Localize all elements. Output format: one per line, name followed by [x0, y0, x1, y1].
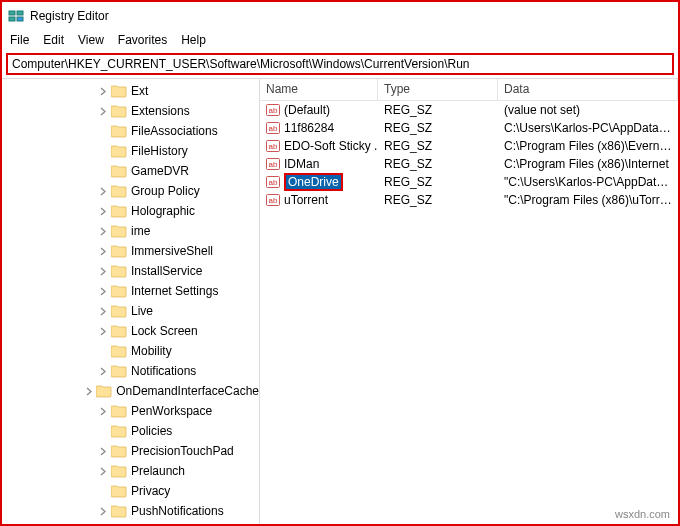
value-type: REG_SZ [378, 157, 498, 171]
tree-item-ext[interactable]: Ext [2, 81, 259, 101]
value-name: EDO-Soft Sticky ... [284, 139, 378, 153]
tree-item-label: Live [131, 304, 153, 318]
tree-item-ime[interactable]: ime [2, 221, 259, 241]
tree-item-group-policy[interactable]: Group Policy [2, 181, 259, 201]
tree-item-prelaunch[interactable]: Prelaunch [2, 461, 259, 481]
expander-icon[interactable] [98, 226, 109, 237]
tree-item-installservice[interactable]: InstallService [2, 261, 259, 281]
folder-icon [111, 304, 127, 318]
address-bar[interactable]: Computer\HKEY_CURRENT_USER\Software\Micr… [6, 53, 674, 75]
tree-item-holographic[interactable]: Holographic [2, 201, 259, 221]
tree-item-privacy[interactable]: Privacy [2, 481, 259, 501]
value-row[interactable]: abEDO-Soft Sticky ...REG_SZC:\Program Fi… [260, 137, 678, 155]
tree-item-ondemandinterfacecache[interactable]: OnDemandInterfaceCache [2, 381, 259, 401]
watermark: wsxdn.com [615, 508, 670, 520]
column-name[interactable]: Name [260, 79, 378, 100]
tree-item-label: Notifications [131, 364, 196, 378]
folder-icon [111, 144, 127, 158]
tree-item-label: Holographic [131, 204, 195, 218]
menu-help[interactable]: Help [181, 33, 206, 47]
tree-item-penworkspace[interactable]: PenWorkspace [2, 401, 259, 421]
string-value-icon: ab [266, 157, 280, 171]
svg-text:ab: ab [269, 106, 278, 115]
expander-icon[interactable] [98, 186, 109, 197]
folder-icon [111, 424, 127, 438]
expander-icon[interactable] [98, 286, 109, 297]
value-row[interactable]: abOneDriveREG_SZ"C:\Users\Karlos-PC\AppD… [260, 173, 678, 191]
menu-favorites[interactable]: Favorites [118, 33, 167, 47]
tree-item-policies[interactable]: Policies [2, 421, 259, 441]
tree-item-extensions[interactable]: Extensions [2, 101, 259, 121]
tree-item-pushnotifications[interactable]: PushNotifications [2, 501, 259, 521]
tree-item-label: OnDemandInterfaceCache [116, 384, 259, 398]
expander-icon[interactable] [85, 386, 94, 397]
tree-item-immersiveshell[interactable]: ImmersiveShell [2, 241, 259, 261]
expander-icon[interactable] [98, 106, 109, 117]
value-name: IDMan [284, 157, 319, 171]
expander-icon[interactable] [98, 306, 109, 317]
tree-item-gamedvr[interactable]: GameDVR [2, 161, 259, 181]
folder-icon [111, 444, 127, 458]
svg-rect-3 [17, 17, 23, 21]
folder-icon [111, 264, 127, 278]
folder-icon [111, 364, 127, 378]
tree-item-notifications[interactable]: Notifications [2, 361, 259, 381]
menu-edit[interactable]: Edit [43, 33, 64, 47]
tree-item-label: Internet Settings [131, 284, 218, 298]
address-text: Computer\HKEY_CURRENT_USER\Software\Micr… [12, 57, 469, 71]
expander-icon[interactable] [98, 466, 109, 477]
value-name: OneDrive [284, 173, 343, 191]
value-row[interactable]: abIDManREG_SZC:\Program Files (x86)\Inte… [260, 155, 678, 173]
expander-icon[interactable] [98, 446, 109, 457]
expander-icon[interactable] [98, 506, 109, 517]
column-type[interactable]: Type [378, 79, 498, 100]
tree-item-label: Group Policy [131, 184, 200, 198]
menu-bar: File Edit View Favorites Help [2, 30, 678, 50]
expander-icon[interactable] [98, 246, 109, 257]
value-data: "C:\Users\Karlos-PC\AppData\L [498, 175, 678, 189]
expander-icon[interactable] [98, 366, 109, 377]
tree-panel[interactable]: ExtExtensionsFileAssociationsFileHistory… [2, 79, 260, 524]
tree-item-lock-screen[interactable]: Lock Screen [2, 321, 259, 341]
tree-item-live[interactable]: Live [2, 301, 259, 321]
list-header: Name Type Data [260, 79, 678, 101]
expander-icon[interactable] [98, 266, 109, 277]
tree-item-radar[interactable]: RADAR [2, 521, 259, 524]
expander-icon [98, 346, 109, 357]
tree-item-label: ImmersiveShell [131, 244, 213, 258]
folder-icon [96, 384, 112, 398]
string-value-icon: ab [266, 139, 280, 153]
tree-item-label: Privacy [131, 484, 170, 498]
expander-icon[interactable] [98, 326, 109, 337]
value-type: REG_SZ [378, 103, 498, 117]
tree-item-label: Mobility [131, 344, 172, 358]
svg-rect-2 [9, 17, 15, 21]
value-data: (value not set) [498, 103, 678, 117]
tree-item-fileassociations[interactable]: FileAssociations [2, 121, 259, 141]
expander-icon [98, 166, 109, 177]
svg-rect-1 [17, 11, 23, 15]
folder-icon [111, 164, 127, 178]
folder-icon [111, 104, 127, 118]
tree-item-label: PrecisionTouchPad [131, 444, 234, 458]
value-row[interactable]: abuTorrentREG_SZ"C:\Program Files (x86)\… [260, 191, 678, 209]
svg-text:ab: ab [269, 124, 278, 133]
folder-icon [111, 464, 127, 478]
expander-icon[interactable] [98, 406, 109, 417]
tree-item-precisiontouchpad[interactable]: PrecisionTouchPad [2, 441, 259, 461]
expander-icon [98, 126, 109, 137]
menu-file[interactable]: File [10, 33, 29, 47]
tree-item-internet-settings[interactable]: Internet Settings [2, 281, 259, 301]
folder-icon [111, 84, 127, 98]
list-rows: ab(Default)REG_SZ(value not set)ab11f862… [260, 101, 678, 209]
folder-icon [111, 484, 127, 498]
expander-icon[interactable] [98, 86, 109, 97]
value-row[interactable]: ab11f86284REG_SZC:\Users\Karlos-PC\AppDa… [260, 119, 678, 137]
tree-item-mobility[interactable]: Mobility [2, 341, 259, 361]
tree-item-filehistory[interactable]: FileHistory [2, 141, 259, 161]
expander-icon[interactable] [98, 206, 109, 217]
regedit-icon [8, 8, 24, 24]
column-data[interactable]: Data [498, 79, 678, 100]
menu-view[interactable]: View [78, 33, 104, 47]
value-row[interactable]: ab(Default)REG_SZ(value not set) [260, 101, 678, 119]
